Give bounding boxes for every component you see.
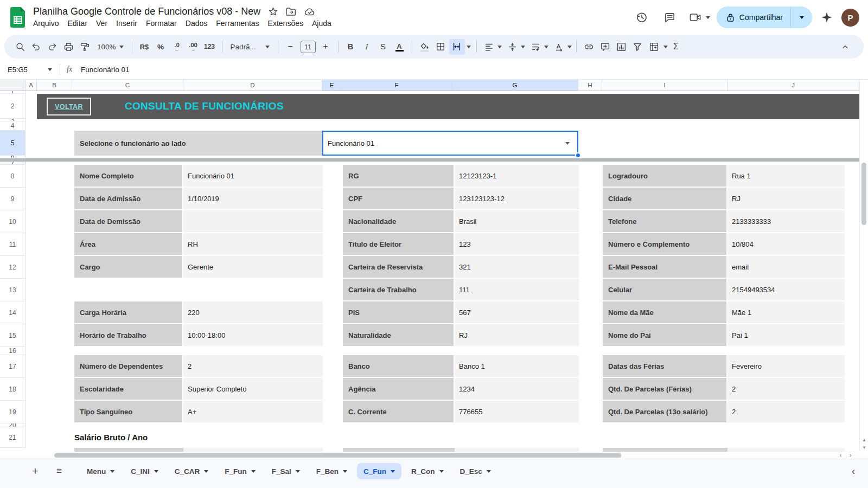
field-label-cell[interactable]: Agência [343,378,455,401]
field-label-cell[interactable]: Carteira de Reservista [343,256,455,279]
field-label-cell[interactable]: Área [74,233,183,256]
field-value-cell[interactable]: 123 [455,233,579,256]
sheet-tab-caret-icon[interactable] [343,470,347,473]
menu-arquivo[interactable]: Arquivo [29,18,63,29]
column-header-D[interactable]: D [183,80,322,91]
strikethrough-button[interactable]: S [375,39,391,55]
field-label-cell[interactable]: PIS [343,301,455,324]
menu-ver[interactable]: Ver [92,18,112,29]
field-value-cell[interactable]: Superior Completo [183,378,323,401]
field-value-cell[interactable]: 2133333333 [727,210,845,233]
field-label-cell[interactable]: Número de Dependentes [74,355,183,378]
italic-button[interactable]: I [359,39,375,55]
field-value-cell[interactable]: Pai 1 [727,324,845,347]
hide-toolbar-icon[interactable] [837,39,853,55]
column-header-I[interactable]: I [602,80,727,91]
field-value-cell[interactable]: 567 [455,301,579,324]
name-box[interactable]: E5:G5 [8,66,52,74]
share-button[interactable]: Compartilhar [717,7,812,28]
sheet-tab-F_Ben[interactable]: F_Ben [310,463,354,479]
text-wrap-caret-icon[interactable] [544,46,548,48]
scroll-left-icon[interactable]: ‹ [840,452,841,459]
insert-chart-icon[interactable] [614,39,629,55]
row-header-10[interactable]: 10 [0,210,25,233]
field-value-cell[interactable]: Gerente [183,256,323,279]
field-value-cell[interactable]: email [727,256,845,279]
row-header-9[interactable]: 9 [0,188,25,210]
menu-ferramentas[interactable]: Ferramentas [212,18,263,29]
sheet-tab-F_Sal[interactable]: F_Sal [265,463,307,479]
field-value-cell[interactable] [183,210,323,233]
field-label-cell[interactable]: Carteira de Trabalho [343,279,455,301]
field-label-cell[interactable]: Nacionalidade [343,210,455,233]
formula-input[interactable]: Funcionário 01 [81,66,129,74]
column-header-B[interactable]: B [37,80,72,91]
field-value-cell[interactable]: RH [183,233,323,256]
employee-dropdown-cell[interactable]: Funcionário 01 [322,131,578,156]
horizontal-align-caret-icon[interactable] [497,46,502,48]
undo-icon[interactable] [28,39,44,55]
redo-icon[interactable] [44,39,60,55]
add-sheet-icon[interactable]: + [27,463,43,479]
field-value-cell[interactable]: 21549493534 [727,279,845,301]
fill-color-button[interactable] [417,39,432,55]
menu-dados[interactable]: Dados [181,18,212,29]
sheet-tab-R_Con[interactable]: R_Con [405,463,450,479]
document-title[interactable]: Planilha Google Controle de Funcionários… [33,6,260,17]
row-header-14[interactable]: 14 [0,301,25,324]
field-label-cell[interactable]: Número e Complemento [603,233,727,256]
font-size-input[interactable]: 11 [301,41,316,53]
text-color-button[interactable]: A [392,39,407,55]
vertical-align-caret-icon[interactable] [521,46,525,48]
dropdown-caret-icon[interactable] [565,142,570,145]
sheet-tab-F_Fun[interactable]: F_Fun [218,463,262,479]
voltar-back-link[interactable]: VOLTAR [47,98,91,115]
print-icon[interactable] [61,39,76,55]
pivot-caret-icon[interactable] [663,46,668,48]
fill-handle[interactable] [575,152,581,158]
field-label-cell[interactable]: RG [343,165,455,188]
horizontal-align-button[interactable] [481,39,497,55]
field-value-cell[interactable]: 12123123-1 [455,165,579,188]
employee-selector-label-cell[interactable]: Selecione o funcionário ao lado [74,131,322,156]
column-header-A[interactable]: A [25,80,37,91]
sheet-tab-C_Fun[interactable]: C_Fun [357,463,401,479]
show-sheet-list-icon[interactable]: ‹ [852,463,855,479]
version-history-icon[interactable] [631,7,653,28]
name-box-caret-icon[interactable] [48,68,52,71]
scroll-down-icon[interactable]: ▼ [860,445,868,451]
row-header-17[interactable]: 17 [0,355,25,378]
font-size-increase-button[interactable]: + [318,39,334,55]
field-label-cell[interactable]: Cargo [74,256,183,279]
sheet-tab-caret-icon[interactable] [110,470,114,473]
search-icon[interactable] [12,39,28,55]
field-value-cell[interactable]: 220 [183,301,323,324]
create-filter-icon[interactable] [630,39,646,55]
field-value-cell[interactable]: RJ [727,188,845,210]
field-label-cell[interactable]: Nome Completo [74,165,183,188]
sheet-tab-D_Esc[interactable]: D_Esc [454,463,497,479]
column-header-H[interactable]: H [578,80,602,91]
field-value-cell[interactable]: 123123123-12 [455,188,579,210]
bold-button[interactable]: B [343,39,359,55]
field-label-cell[interactable]: Titulo de Eleitor [343,233,455,256]
field-value-cell[interactable]: 2 [727,378,845,401]
field-value-cell[interactable]: 776655 [455,401,579,423]
scroll-right-icon[interactable]: › [850,452,851,459]
field-label-cell[interactable]: Datas das Férias [603,355,727,378]
sheet-tab-caret-icon[interactable] [296,470,300,473]
font-size-decrease-button[interactable]: − [283,39,298,55]
row-header-20[interactable]: 20 [0,423,25,427]
menu-editar[interactable]: Editar [63,18,92,29]
comments-icon[interactable] [659,7,681,28]
field-value-cell[interactable]: Fevereiro [727,355,845,378]
field-value-cell[interactable]: 2 [727,401,845,423]
field-value-cell[interactable]: A+ [183,401,323,423]
sheet-tab-caret-icon[interactable] [487,470,491,473]
select-all-corner[interactable] [0,80,25,91]
cloud-saved-icon[interactable] [304,8,315,16]
field-label-cell[interactable]: Banco [343,355,455,378]
menu-formatar[interactable]: Formatar [142,18,181,29]
vertical-scrollbar-thumb[interactable] [861,163,866,225]
gemini-sparkle-icon[interactable] [819,7,835,28]
